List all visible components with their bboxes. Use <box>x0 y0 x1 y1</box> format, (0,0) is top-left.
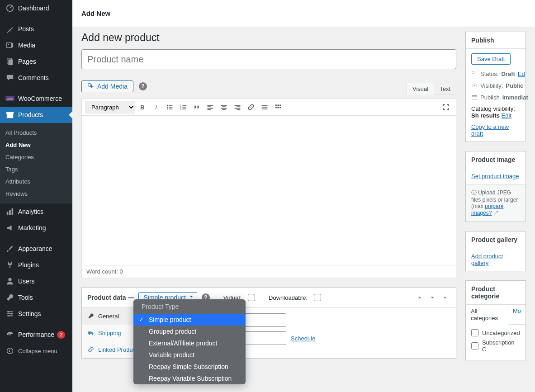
menu-marketing[interactable]: Marketing <box>0 220 72 236</box>
toolbar-toggle-button[interactable] <box>272 101 284 113</box>
edit-status-link[interactable]: Ed <box>518 71 525 77</box>
editor-tab-visual[interactable]: Visual <box>407 83 434 95</box>
collapse-label: Collapse menu <box>18 348 57 354</box>
svg-point-25 <box>167 109 168 109</box>
move-down-button[interactable] <box>427 292 438 303</box>
svg-rect-34 <box>208 106 211 107</box>
more-button[interactable] <box>258 101 271 113</box>
menu-label: Appearance <box>18 245 52 252</box>
cat-item-subscription[interactable]: Subscription C <box>471 339 520 353</box>
svg-rect-46 <box>262 107 268 108</box>
comment-icon <box>5 73 14 82</box>
menu-woocommerce[interactable]: woo WooCommerce <box>0 90 72 107</box>
svg-rect-45 <box>262 105 268 106</box>
virtual-checkbox[interactable] <box>248 294 255 301</box>
megaphone-icon <box>5 223 14 232</box>
menu-products[interactable]: Products <box>0 107 72 123</box>
submenu-reviews[interactable]: Reviews <box>0 188 72 200</box>
align-right-button[interactable] <box>231 101 244 113</box>
product-data-title: Product data — <box>87 294 134 301</box>
menu-appearance[interactable]: Appearance <box>0 241 72 257</box>
set-image-link[interactable]: Set product image <box>471 173 519 179</box>
move-up-button[interactable] <box>414 292 425 303</box>
dropdown-option[interactable]: Simple product <box>133 314 246 326</box>
submenu-categories[interactable]: Categories <box>0 151 72 163</box>
dropdown-option[interactable]: Variable product <box>133 349 246 361</box>
bold-button[interactable]: B <box>136 101 149 113</box>
gallery-box-title: Product gallery <box>466 231 526 248</box>
editor-content[interactable] <box>82 116 456 265</box>
quote-button[interactable] <box>190 101 203 113</box>
schedule-link[interactable]: Schedule <box>291 335 315 342</box>
cat-tab-all[interactable]: All categories <box>466 305 508 325</box>
svg-point-23 <box>167 107 168 108</box>
add-gallery-link[interactable]: Add product gallery <box>471 253 503 266</box>
collapse-button[interactable] <box>440 292 450 303</box>
help-icon[interactable]: ? <box>139 82 147 90</box>
dropdown-option[interactable]: Grouped product <box>133 326 246 337</box>
svg-rect-44 <box>237 109 240 110</box>
product-name-input[interactable] <box>81 49 456 69</box>
ol-button[interactable]: 123 <box>177 101 189 113</box>
editor-tab-text[interactable]: Text <box>434 83 456 95</box>
menu-label: Products <box>18 111 43 118</box>
save-draft-button[interactable]: Save Draft <box>471 53 511 65</box>
menu-posts[interactable]: Posts <box>0 21 72 37</box>
cat-tab-most[interactable]: Mo <box>508 305 526 324</box>
format-select[interactable]: Paragraph <box>85 101 135 113</box>
italic-button[interactable]: I <box>150 101 162 113</box>
pin-icon <box>5 24 14 33</box>
info-icon: ⓘ <box>471 189 477 196</box>
admin-sidebar: Dashboard Posts Media Pages Comments woo… <box>0 0 72 392</box>
cat-checkbox[interactable] <box>471 329 478 336</box>
downloadable-checkbox[interactable] <box>314 294 321 301</box>
svg-rect-1 <box>7 43 12 48</box>
submenu-tags[interactable]: Tags <box>0 163 72 175</box>
svg-rect-11 <box>12 208 14 215</box>
submenu-attributes[interactable]: Attributes <box>0 175 72 188</box>
svg-rect-48 <box>275 104 277 106</box>
menu-label: Media <box>18 42 35 49</box>
menu-label: Marketing <box>18 224 46 231</box>
copy-draft-link[interactable]: Copy to a new draft <box>471 123 509 137</box>
menu-tools[interactable]: Tools <box>0 289 72 306</box>
svg-point-17 <box>11 313 13 315</box>
menu-settings[interactable]: Settings <box>0 306 72 322</box>
svg-rect-43 <box>235 108 241 109</box>
menu-comments[interactable]: Comments <box>0 70 72 86</box>
plug-icon <box>5 260 14 269</box>
fullscreen-button[interactable] <box>440 101 452 113</box>
svg-point-57 <box>472 71 474 74</box>
align-center-button[interactable] <box>218 101 230 113</box>
dropdown-option[interactable]: Reepay Simple Subscription <box>133 361 246 373</box>
ul-button[interactable] <box>163 101 176 113</box>
svg-rect-4 <box>8 60 13 66</box>
svg-point-20 <box>88 84 91 86</box>
submenu-all-products[interactable]: All Products <box>0 127 72 139</box>
link-button[interactable] <box>245 101 257 113</box>
menu-media[interactable]: Media <box>0 37 72 53</box>
wrench-icon <box>87 312 95 320</box>
svg-point-16 <box>8 311 9 313</box>
cat-checkbox[interactable] <box>471 342 478 349</box>
menu-users[interactable]: Users <box>0 273 72 289</box>
dropdown-option[interactable]: Reepay Variable Subscription <box>133 373 246 384</box>
submenu-add-new[interactable]: Add New <box>0 139 72 151</box>
menu-pages[interactable]: Pages <box>0 53 72 70</box>
align-left-button[interactable] <box>204 101 217 113</box>
catalog-value: Sh <box>471 112 479 119</box>
menu-label: Settings <box>18 310 41 317</box>
editor-box: Paragraph B I 123 <box>81 99 456 278</box>
add-media-button[interactable]: Add Media <box>81 80 133 92</box>
collapse-menu[interactable]: Collapse menu <box>0 343 72 359</box>
menu-plugins[interactable]: Plugins <box>0 257 72 273</box>
visibility-value: Public <box>506 82 523 89</box>
menu-label: Analytics <box>18 208 43 215</box>
menu-performance[interactable]: Performance 2 <box>0 326 72 343</box>
menu-dashboard[interactable]: Dashboard <box>0 0 72 16</box>
edit-catalog-link[interactable]: Edit <box>502 112 511 119</box>
svg-rect-40 <box>222 109 226 110</box>
cat-item-uncategorized[interactable]: Uncategorized <box>471 329 520 336</box>
dropdown-option[interactable]: External/Affiliate product <box>133 337 246 349</box>
menu-analytics[interactable]: Analytics <box>0 203 72 220</box>
